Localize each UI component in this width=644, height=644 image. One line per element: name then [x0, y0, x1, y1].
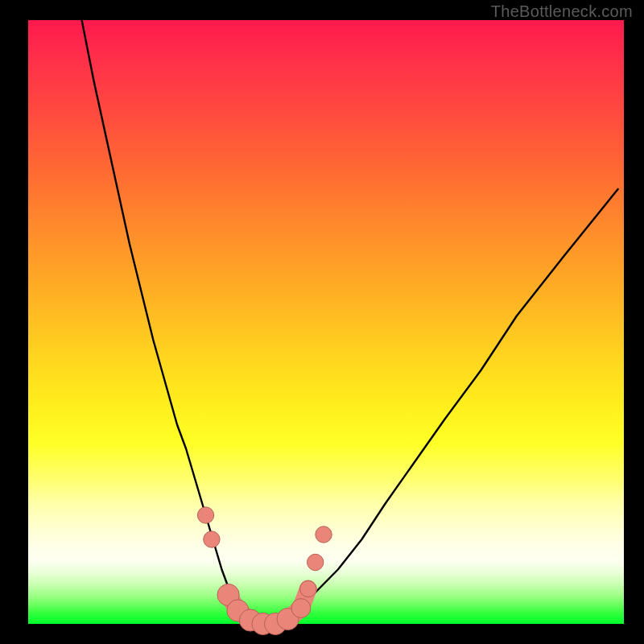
pt-right-low	[291, 599, 311, 618]
pt-right-upper	[316, 526, 332, 543]
pt-left-upper	[197, 507, 213, 523]
curve-markers	[197, 507, 332, 635]
bottleneck-curve	[82, 20, 618, 624]
chart-overlay	[28, 20, 624, 624]
attribution-text: TheBottleneck.com	[491, 2, 633, 21]
pt-right-mid1	[300, 580, 316, 597]
app-frame: TheBottleneck.com	[0, 0, 644, 644]
chart-panel	[28, 20, 624, 624]
pt-left-mid	[204, 531, 220, 547]
pt-right-mid2	[308, 554, 324, 570]
